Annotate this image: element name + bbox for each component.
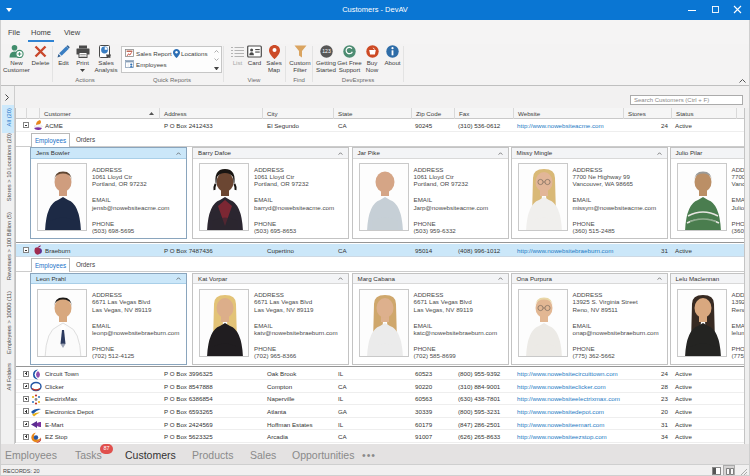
svg-text:123: 123 [322,48,331,54]
